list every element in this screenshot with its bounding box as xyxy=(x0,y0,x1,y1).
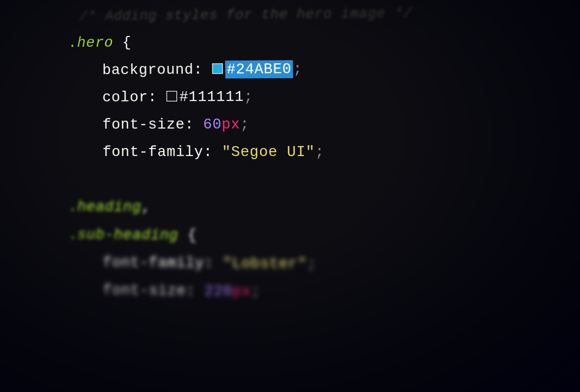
css-declaration-font-size-2: font-size: 220px; xyxy=(68,276,580,309)
selector-dot: . xyxy=(68,199,77,215)
selector-sub-heading: sub-heading xyxy=(77,226,178,243)
css-selector-line-heading: .heading, xyxy=(68,193,580,224)
color-swatch-icon xyxy=(166,91,177,101)
property-color: color xyxy=(102,89,148,106)
hex-value-selected[interactable]: #24ABE0 xyxy=(225,60,293,78)
css-declaration-color: color: #111111; xyxy=(68,82,580,111)
string-value: Segoe UI xyxy=(231,144,306,161)
property-font-family: font-family xyxy=(102,144,203,161)
hex-value: #111111 xyxy=(179,89,244,105)
css-selector-line-hero: .hero { xyxy=(68,25,580,57)
code-editor-view[interactable]: /* Adding styles for the hero image */ .… xyxy=(0,0,580,310)
unit-px: px xyxy=(232,283,251,300)
css-selector-line-sub-heading: .sub-heading { xyxy=(68,221,580,252)
property-background: background xyxy=(102,62,194,78)
number-value: 220 xyxy=(204,283,232,300)
number-value: 60 xyxy=(203,116,222,133)
css-declaration-font-family: font-family: "Segoe UI"; xyxy=(68,138,580,167)
css-declaration-font-size: font-size: 60px; xyxy=(68,110,580,139)
property-font-family: font-family xyxy=(103,254,204,272)
css-comment: /* Adding styles for the hero image */ xyxy=(68,0,580,30)
css-declaration-background: background: #24ABE0; xyxy=(68,53,580,84)
open-brace: { xyxy=(178,227,197,244)
css-declaration-font-family-2: font-family: "Lobster"; xyxy=(68,248,580,281)
selector-heading: heading xyxy=(77,199,142,215)
open-brace: { xyxy=(113,34,131,51)
selector-dot: . xyxy=(68,226,77,243)
unit-px: px xyxy=(222,116,240,133)
property-font-size: font-size xyxy=(103,282,186,299)
property-font-size: font-size xyxy=(102,116,185,133)
selector-hero: hero xyxy=(77,35,113,51)
blank-line xyxy=(68,166,580,195)
color-swatch-icon xyxy=(212,63,223,74)
string-value: Lobster xyxy=(232,255,298,272)
selector-dot: . xyxy=(68,35,77,51)
